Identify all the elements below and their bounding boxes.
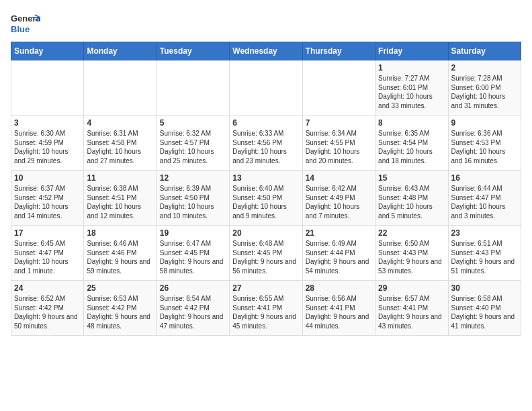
day-info: Sunrise: 6:44 AM Sunset: 4:47 PM Dayligh… xyxy=(451,184,518,220)
day-number: 12 xyxy=(160,173,226,183)
day-number: 2 xyxy=(451,63,518,73)
calendar-cell: 5Sunrise: 6:32 AM Sunset: 4:57 PM Daylig… xyxy=(157,116,229,171)
calendar-cell xyxy=(11,60,84,116)
day-info: Sunrise: 7:27 AM Sunset: 6:01 PM Dayligh… xyxy=(378,74,445,110)
calendar-cell xyxy=(157,60,229,116)
calendar-cell: 26Sunrise: 6:54 AM Sunset: 4:42 PM Dayli… xyxy=(157,281,229,336)
calendar-cell: 30Sunrise: 6:58 AM Sunset: 4:40 PM Dayli… xyxy=(448,281,521,336)
day-number: 11 xyxy=(87,173,153,183)
day-info: Sunrise: 7:28 AM Sunset: 6:00 PM Dayligh… xyxy=(451,74,518,110)
day-info: Sunrise: 6:47 AM Sunset: 4:45 PM Dayligh… xyxy=(160,239,226,275)
calendar-cell: 19Sunrise: 6:47 AM Sunset: 4:45 PM Dayli… xyxy=(157,226,229,281)
day-number: 9 xyxy=(451,118,518,128)
calendar-cell: 20Sunrise: 6:48 AM Sunset: 4:45 PM Dayli… xyxy=(230,226,302,281)
svg-text:Blue: Blue xyxy=(11,24,30,34)
calendar-cell: 7Sunrise: 6:34 AM Sunset: 4:55 PM Daylig… xyxy=(302,116,375,171)
calendar-cell: 11Sunrise: 6:38 AM Sunset: 4:51 PM Dayli… xyxy=(84,171,157,226)
day-info: Sunrise: 6:38 AM Sunset: 4:51 PM Dayligh… xyxy=(87,184,153,220)
day-number: 4 xyxy=(87,118,153,128)
day-number: 25 xyxy=(87,283,153,293)
day-number: 24 xyxy=(14,283,81,293)
day-number: 30 xyxy=(451,283,518,293)
calendar-cell: 4Sunrise: 6:31 AM Sunset: 4:58 PM Daylig… xyxy=(84,116,157,171)
day-number: 3 xyxy=(14,118,81,128)
day-number: 13 xyxy=(232,173,299,183)
week-row-1: 1Sunrise: 7:27 AM Sunset: 6:01 PM Daylig… xyxy=(11,60,521,116)
day-number: 18 xyxy=(87,228,153,238)
day-number: 10 xyxy=(14,173,81,183)
calendar-cell: 16Sunrise: 6:44 AM Sunset: 4:47 PM Dayli… xyxy=(448,171,521,226)
day-number: 22 xyxy=(378,228,445,238)
calendar-cell: 12Sunrise: 6:39 AM Sunset: 4:50 PM Dayli… xyxy=(157,171,229,226)
calendar-cell: 10Sunrise: 6:37 AM Sunset: 4:52 PM Dayli… xyxy=(11,171,84,226)
day-info: Sunrise: 6:58 AM Sunset: 4:40 PM Dayligh… xyxy=(451,294,518,330)
day-number: 26 xyxy=(160,283,226,293)
col-header-thursday: Thursday xyxy=(302,42,375,60)
day-info: Sunrise: 6:40 AM Sunset: 4:50 PM Dayligh… xyxy=(232,184,299,220)
calendar-cell xyxy=(84,60,157,116)
calendar-cell: 6Sunrise: 6:33 AM Sunset: 4:56 PM Daylig… xyxy=(230,116,302,171)
day-number: 28 xyxy=(306,283,372,293)
day-info: Sunrise: 6:30 AM Sunset: 4:59 PM Dayligh… xyxy=(14,129,81,165)
calendar-cell: 21Sunrise: 6:49 AM Sunset: 4:44 PM Dayli… xyxy=(302,226,375,281)
day-info: Sunrise: 6:56 AM Sunset: 4:41 PM Dayligh… xyxy=(306,294,372,330)
day-number: 15 xyxy=(378,173,445,183)
day-info: Sunrise: 6:49 AM Sunset: 4:44 PM Dayligh… xyxy=(306,239,372,275)
day-number: 7 xyxy=(306,118,372,128)
calendar-table: SundayMondayTuesdayWednesdayThursdayFrid… xyxy=(11,42,521,336)
day-info: Sunrise: 6:57 AM Sunset: 4:41 PM Dayligh… xyxy=(378,294,445,330)
calendar-cell: 8Sunrise: 6:35 AM Sunset: 4:54 PM Daylig… xyxy=(375,116,448,171)
day-info: Sunrise: 6:51 AM Sunset: 4:43 PM Dayligh… xyxy=(451,239,518,275)
day-number: 23 xyxy=(451,228,518,238)
col-header-wednesday: Wednesday xyxy=(230,42,302,60)
day-number: 14 xyxy=(306,173,372,183)
calendar-cell: 1Sunrise: 7:27 AM Sunset: 6:01 PM Daylig… xyxy=(375,60,448,116)
day-info: Sunrise: 6:42 AM Sunset: 4:49 PM Dayligh… xyxy=(306,184,372,220)
day-info: Sunrise: 6:45 AM Sunset: 4:47 PM Dayligh… xyxy=(14,239,81,275)
calendar-cell: 27Sunrise: 6:55 AM Sunset: 4:41 PM Dayli… xyxy=(230,281,302,336)
day-number: 20 xyxy=(232,228,299,238)
day-info: Sunrise: 6:31 AM Sunset: 4:58 PM Dayligh… xyxy=(87,129,153,165)
calendar-cell: 25Sunrise: 6:53 AM Sunset: 4:42 PM Dayli… xyxy=(84,281,157,336)
day-info: Sunrise: 6:33 AM Sunset: 4:56 PM Dayligh… xyxy=(232,129,299,165)
day-number: 5 xyxy=(160,118,226,128)
day-info: Sunrise: 6:36 AM Sunset: 4:53 PM Dayligh… xyxy=(451,129,518,165)
calendar-cell: 17Sunrise: 6:45 AM Sunset: 4:47 PM Dayli… xyxy=(11,226,84,281)
day-number: 17 xyxy=(14,228,81,238)
col-header-sunday: Sunday xyxy=(11,42,84,60)
day-number: 1 xyxy=(378,63,445,73)
calendar-cell: 3Sunrise: 6:30 AM Sunset: 4:59 PM Daylig… xyxy=(11,116,84,171)
calendar-header-row: SundayMondayTuesdayWednesdayThursdayFrid… xyxy=(11,42,521,60)
col-header-tuesday: Tuesday xyxy=(157,42,229,60)
day-info: Sunrise: 6:46 AM Sunset: 4:46 PM Dayligh… xyxy=(87,239,153,275)
day-info: Sunrise: 6:43 AM Sunset: 4:48 PM Dayligh… xyxy=(378,184,445,220)
calendar-cell: 28Sunrise: 6:56 AM Sunset: 4:41 PM Dayli… xyxy=(302,281,375,336)
logo-svg: General Blue xyxy=(11,11,40,36)
col-header-friday: Friday xyxy=(375,42,448,60)
calendar-cell: 18Sunrise: 6:46 AM Sunset: 4:46 PM Dayli… xyxy=(84,226,157,281)
calendar-cell xyxy=(230,60,302,116)
day-info: Sunrise: 6:48 AM Sunset: 4:45 PM Dayligh… xyxy=(232,239,299,275)
day-info: Sunrise: 6:54 AM Sunset: 4:42 PM Dayligh… xyxy=(160,294,226,330)
week-row-3: 10Sunrise: 6:37 AM Sunset: 4:52 PM Dayli… xyxy=(11,171,521,226)
calendar-cell: 29Sunrise: 6:57 AM Sunset: 4:41 PM Dayli… xyxy=(375,281,448,336)
calendar-cell xyxy=(302,60,375,116)
day-number: 29 xyxy=(378,283,445,293)
calendar-cell: 9Sunrise: 6:36 AM Sunset: 4:53 PM Daylig… xyxy=(448,116,521,171)
calendar-cell: 14Sunrise: 6:42 AM Sunset: 4:49 PM Dayli… xyxy=(302,171,375,226)
day-number: 21 xyxy=(306,228,372,238)
day-info: Sunrise: 6:39 AM Sunset: 4:50 PM Dayligh… xyxy=(160,184,226,220)
week-row-5: 24Sunrise: 6:52 AM Sunset: 4:42 PM Dayli… xyxy=(11,281,521,336)
calendar-cell: 2Sunrise: 7:28 AM Sunset: 6:00 PM Daylig… xyxy=(448,60,521,116)
day-info: Sunrise: 6:35 AM Sunset: 4:54 PM Dayligh… xyxy=(378,129,445,165)
week-row-2: 3Sunrise: 6:30 AM Sunset: 4:59 PM Daylig… xyxy=(11,116,521,171)
day-number: 6 xyxy=(232,118,299,128)
calendar-cell: 24Sunrise: 6:52 AM Sunset: 4:42 PM Dayli… xyxy=(11,281,84,336)
day-info: Sunrise: 6:34 AM Sunset: 4:55 PM Dayligh… xyxy=(306,129,372,165)
day-number: 16 xyxy=(451,173,518,183)
calendar-cell: 15Sunrise: 6:43 AM Sunset: 4:48 PM Dayli… xyxy=(375,171,448,226)
calendar-cell: 13Sunrise: 6:40 AM Sunset: 4:50 PM Dayli… xyxy=(230,171,302,226)
day-number: 19 xyxy=(160,228,226,238)
day-number: 27 xyxy=(232,283,299,293)
calendar-cell: 23Sunrise: 6:51 AM Sunset: 4:43 PM Dayli… xyxy=(448,226,521,281)
